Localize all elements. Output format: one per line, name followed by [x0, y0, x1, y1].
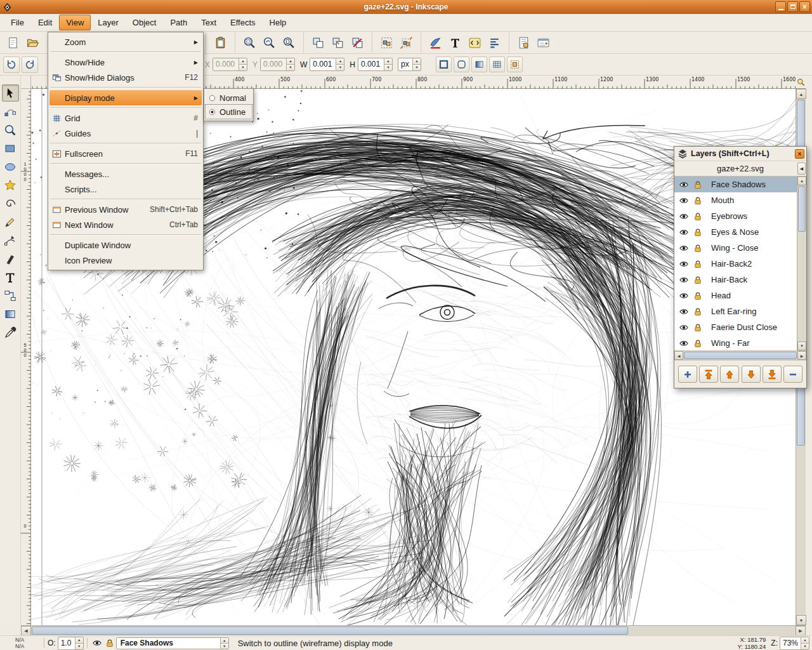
y-input[interactable]: 0.000▲▼ [260, 58, 295, 71]
menu-item-outline[interactable]: Outline [206, 105, 252, 119]
layer-lock-icon[interactable] [691, 180, 705, 189]
minimize-button[interactable] [775, 1, 786, 12]
toolbar-document-properties-button[interactable] [514, 34, 533, 52]
menu-item-next-window[interactable]: Next WindowCtrl+Tab [49, 217, 202, 232]
toolbar-new-document-button[interactable] [4, 34, 22, 52]
lower-layer-to-bottom-button[interactable] [763, 366, 782, 383]
layer-lock-toggle[interactable] [103, 637, 116, 649]
affect-stroke-toggle[interactable] [436, 56, 452, 72]
toolbar-zoom-page-button[interactable] [280, 34, 298, 52]
horizontal-scrollbar[interactable]: ◀ ▶ [21, 625, 806, 635]
toolbar-open-document-button[interactable] [23, 34, 42, 52]
menubar-item-path[interactable]: Path [163, 15, 194, 30]
toolbar-xml-editor-button[interactable] [466, 34, 484, 52]
menubar-item-text[interactable]: Text [194, 15, 223, 30]
menu-item-fullscreen[interactable]: FullscreenF11 [49, 146, 202, 161]
layer-visibility-eye-icon[interactable] [677, 180, 691, 189]
maximize-button[interactable] [787, 1, 798, 12]
menu-item-display-mode[interactable]: Display mode▶ [49, 90, 202, 105]
tool-gradient[interactable] [2, 305, 19, 322]
layer-row-head[interactable]: Head [674, 288, 797, 303]
opacity-spinner-buttons[interactable]: ▲▼ [75, 637, 83, 649]
tool-node-editor[interactable] [2, 103, 19, 120]
dialog-close-button[interactable]: × [795, 149, 804, 159]
layers-document-selector[interactable]: gaze+22.svg ◀ [674, 161, 806, 176]
layer-row-faerie-dust-close[interactable]: Faerie Dust Close [674, 319, 797, 335]
tool-connector[interactable] [2, 287, 19, 304]
scroll-right-icon[interactable]: ▶ [796, 626, 806, 636]
menubar-item-object[interactable]: Object [126, 15, 164, 30]
layer-row-wing-close[interactable]: Wing - Close [674, 240, 797, 256]
affect-patterns-toggle[interactable] [489, 56, 505, 72]
menu-item-zoom[interactable]: Zoom▶ [49, 34, 202, 50]
layer-visibility-eye-icon[interactable] [677, 196, 691, 205]
height-input[interactable]: 0.001▲▼ [358, 58, 393, 71]
layer-visibility-eye-icon[interactable] [677, 291, 691, 300]
toolbar-paste-button[interactable] [211, 34, 230, 52]
vertical-ruler[interactable]: 10005000 [21, 89, 31, 625]
toolbar-text-dialog-button[interactable] [446, 34, 464, 52]
ruler-corner-zoom-icon[interactable] [796, 76, 806, 89]
layers-scroll-right-icon[interactable]: ▶ [797, 351, 806, 360]
toolbar-duplicate-button[interactable] [309, 34, 327, 52]
menu-item-duplicate-window[interactable]: Duplicate Window [49, 237, 202, 253]
layer-row-mouth[interactable]: Mouth [674, 192, 797, 208]
layers-list-hscrollbar[interactable]: ◀ ▶ [674, 351, 806, 361]
menubar-item-help[interactable]: Help [263, 15, 294, 30]
layers-scroll-left-icon[interactable]: ◀ [674, 351, 683, 360]
rotate-ccw-button[interactable] [3, 56, 20, 73]
titlebar[interactable]: gaze+22.svg - Inkscape × [0, 0, 812, 14]
layer-visibility-toggle[interactable] [91, 637, 103, 649]
layer-visibility-eye-icon[interactable] [677, 339, 691, 348]
height-spinner-buttons[interactable]: ▲▼ [384, 58, 392, 70]
lower-layer-button[interactable] [742, 366, 761, 383]
scroll-left-icon[interactable]: ◀ [21, 626, 31, 636]
unit-spinner-buttons[interactable]: ▲▼ [412, 58, 421, 70]
toolbar-ungroup-button[interactable] [397, 34, 416, 52]
layer-lock-icon[interactable] [691, 323, 705, 332]
tool-selector[interactable] [2, 84, 19, 102]
menu-item-previous-window[interactable]: Previous WindowShift+Ctrl+Tab [49, 202, 202, 217]
zoom-spinner-buttons[interactable]: ▲▼ [801, 637, 809, 649]
layer-visibility-eye-icon[interactable] [677, 260, 691, 269]
menu-item-show-hide[interactable]: Show/Hide▶ [49, 55, 202, 70]
layer-visibility-eye-icon[interactable] [677, 212, 691, 221]
x-spinner-buttons[interactable]: ▲▼ [239, 58, 247, 70]
layer-lock-icon[interactable] [691, 307, 705, 316]
width-input[interactable]: 0.001▲▼ [310, 58, 344, 71]
layer-row-wing-far[interactable]: Wing - Far [674, 335, 797, 351]
tool-rectangle[interactable] [2, 140, 19, 157]
layer-lock-icon[interactable] [691, 212, 705, 221]
layers-scrollbar-thumb[interactable] [798, 186, 806, 232]
layers-hscrollbar-thumb[interactable] [684, 352, 797, 359]
menubar-item-effects[interactable]: Effects [223, 15, 263, 30]
layer-lock-icon[interactable] [691, 196, 705, 205]
layer-selector[interactable]: Face Shadows ▲▼ [116, 637, 229, 649]
dock-collapse-icon[interactable]: ◀ [797, 162, 806, 175]
tool-text[interactable] [2, 269, 19, 286]
fill-indicator[interactable]: N/A [15, 637, 41, 643]
tool-dropper[interactable] [2, 324, 19, 341]
menu-item-messages[interactable]: Messages... [49, 166, 202, 182]
layer-row-face-shadows[interactable]: Face Shadows [674, 176, 797, 192]
layer-lock-icon[interactable] [691, 228, 705, 237]
menubar-item-edit[interactable]: Edit [31, 15, 59, 30]
layers-scroll-up-icon[interactable]: ▲ [797, 176, 806, 185]
toolbar-align-dialog-button[interactable] [485, 34, 504, 52]
affect-corners-toggle[interactable] [454, 56, 469, 72]
layer-row-hair-back[interactable]: Hair-Back [674, 272, 797, 288]
menu-item-show-hide-dialogs[interactable]: Show/Hide DialogsF12 [49, 70, 202, 85]
close-button[interactable]: × [799, 1, 810, 12]
layer-row-hair-back2[interactable]: Hair-Back2 [674, 256, 797, 272]
toolbar-zoom-selection-button[interactable] [240, 34, 259, 52]
menu-item-icon-preview[interactable]: Icon Preview [49, 253, 202, 268]
menubar-item-layer[interactable]: Layer [91, 15, 126, 30]
y-spinner-buttons[interactable]: ▲▼ [286, 58, 294, 70]
layer-row-eyes-nose[interactable]: Eyes & Nose [674, 224, 797, 240]
tool-calligraphy[interactable] [2, 250, 19, 267]
tool-zoom[interactable] [2, 121, 19, 138]
layer-row-left-ear-ring[interactable]: Left Ear-ring [674, 303, 797, 319]
rotate-cw-button[interactable] [22, 56, 38, 73]
layer-visibility-eye-icon[interactable] [677, 228, 691, 237]
raise-layer-to-top-button[interactable] [699, 366, 718, 383]
